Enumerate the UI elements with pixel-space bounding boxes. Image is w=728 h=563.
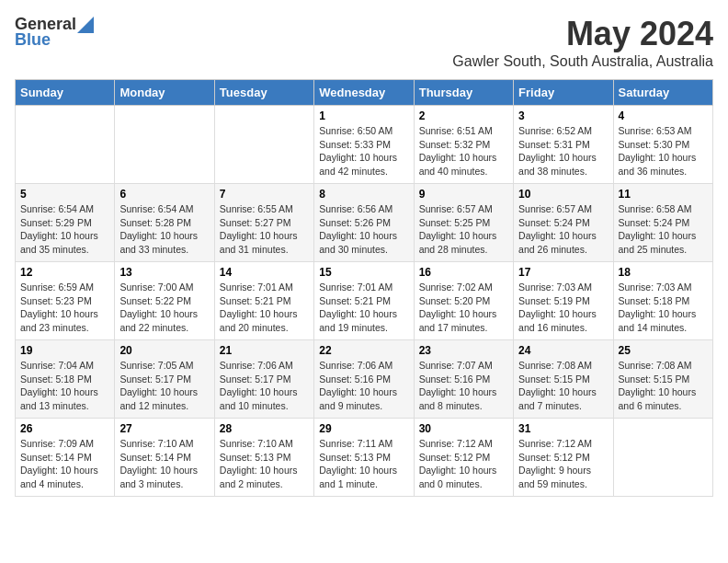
day-cell: 19Sunrise: 7:04 AM Sunset: 5:18 PM Dayli… [16,340,115,419]
day-cell: 5Sunrise: 6:54 AM Sunset: 5:29 PM Daylig… [16,184,115,262]
logo: General Blue [15,15,94,50]
day-number: 4 [619,109,708,122]
day-number: 6 [119,188,209,201]
day-number: 3 [518,109,608,122]
weekday-header-sunday: Sunday [16,80,115,106]
week-row-5: 26Sunrise: 7:09 AM Sunset: 5:14 PM Dayli… [16,419,713,497]
day-cell: 29Sunrise: 7:11 AM Sunset: 5:13 PM Dayli… [314,419,414,497]
day-cell: 2Sunrise: 6:51 AM Sunset: 5:32 PM Daylig… [414,106,513,184]
day-cell: 4Sunrise: 6:53 AM Sunset: 5:30 PM Daylig… [613,106,712,184]
day-info: Sunrise: 6:59 AM Sunset: 5:23 PM Dayligh… [20,281,109,335]
day-info: Sunrise: 6:54 AM Sunset: 5:28 PM Dayligh… [119,202,209,257]
day-info: Sunrise: 6:50 AM Sunset: 5:33 PM Dayligh… [319,124,408,178]
day-info: Sunrise: 7:04 AM Sunset: 5:18 PM Dayligh… [20,359,109,413]
day-cell: 1Sunrise: 6:50 AM Sunset: 5:33 PM Daylig… [314,106,414,184]
day-cell: 23Sunrise: 7:07 AM Sunset: 5:16 PM Dayli… [414,340,513,419]
day-cell: 7Sunrise: 6:55 AM Sunset: 5:27 PM Daylig… [214,184,313,262]
day-cell: 30Sunrise: 7:12 AM Sunset: 5:12 PM Dayli… [414,419,513,497]
day-cell: 12Sunrise: 6:59 AM Sunset: 5:23 PM Dayli… [16,262,115,340]
day-cell: 24Sunrise: 7:08 AM Sunset: 5:15 PM Dayli… [514,340,613,419]
location-title: Gawler South, South Australia, Australia [452,53,713,70]
day-info: Sunrise: 7:00 AM Sunset: 5:22 PM Dayligh… [119,281,209,335]
day-info: Sunrise: 6:54 AM Sunset: 5:29 PM Dayligh… [20,202,109,257]
calendar-table: SundayMondayTuesdayWednesdayThursdayFrid… [15,79,713,497]
day-info: Sunrise: 7:11 AM Sunset: 5:13 PM Dayligh… [319,437,408,491]
day-info: Sunrise: 6:52 AM Sunset: 5:31 PM Dayligh… [518,124,608,178]
page-header: General Blue May 2024 Gawler South, Sout… [15,15,713,70]
day-number: 31 [518,422,608,435]
month-title: May 2024 [452,15,713,53]
day-number: 21 [220,344,309,357]
weekday-header-tuesday: Tuesday [214,80,313,106]
day-info: Sunrise: 7:03 AM Sunset: 5:19 PM Dayligh… [518,281,608,335]
svg-marker-0 [77,17,94,33]
day-cell [214,106,313,184]
day-cell: 10Sunrise: 6:57 AM Sunset: 5:24 PM Dayli… [514,184,613,262]
day-info: Sunrise: 7:06 AM Sunset: 5:17 PM Dayligh… [220,359,309,413]
day-cell: 8Sunrise: 6:56 AM Sunset: 5:26 PM Daylig… [314,184,414,262]
day-number: 25 [619,344,708,357]
logo-arrow-icon [77,17,94,33]
day-cell [16,106,115,184]
day-number: 12 [20,266,109,279]
day-cell: 6Sunrise: 6:54 AM Sunset: 5:28 PM Daylig… [115,184,214,262]
day-number: 7 [220,188,309,201]
day-number: 11 [619,188,708,201]
day-number: 26 [20,422,109,435]
title-section: May 2024 Gawler South, South Australia, … [452,15,713,70]
week-row-1: 1Sunrise: 6:50 AM Sunset: 5:33 PM Daylig… [16,106,713,184]
day-number: 18 [619,266,708,279]
day-number: 24 [518,344,608,357]
week-row-2: 5Sunrise: 6:54 AM Sunset: 5:29 PM Daylig… [16,184,713,262]
day-number: 30 [419,422,508,435]
day-number: 27 [119,422,209,435]
weekday-header-monday: Monday [115,80,214,106]
day-info: Sunrise: 7:01 AM Sunset: 5:21 PM Dayligh… [319,281,408,335]
day-info: Sunrise: 7:12 AM Sunset: 5:12 PM Dayligh… [518,437,608,491]
day-cell: 31Sunrise: 7:12 AM Sunset: 5:12 PM Dayli… [514,419,613,497]
weekday-header-wednesday: Wednesday [314,80,414,106]
day-number: 22 [319,344,408,357]
day-cell: 20Sunrise: 7:05 AM Sunset: 5:17 PM Dayli… [115,340,214,419]
day-number: 17 [518,266,608,279]
day-cell: 9Sunrise: 6:57 AM Sunset: 5:25 PM Daylig… [414,184,513,262]
day-cell: 22Sunrise: 7:06 AM Sunset: 5:16 PM Dayli… [314,340,414,419]
day-number: 23 [419,344,508,357]
day-cell [115,106,214,184]
day-cell: 28Sunrise: 7:10 AM Sunset: 5:13 PM Dayli… [214,419,313,497]
day-number: 29 [319,422,408,435]
day-cell: 11Sunrise: 6:58 AM Sunset: 5:24 PM Dayli… [613,184,712,262]
day-number: 13 [119,266,209,279]
day-info: Sunrise: 6:57 AM Sunset: 5:24 PM Dayligh… [518,202,608,257]
day-info: Sunrise: 6:51 AM Sunset: 5:32 PM Dayligh… [419,124,508,178]
day-info: Sunrise: 6:53 AM Sunset: 5:30 PM Dayligh… [619,124,708,178]
weekday-header-saturday: Saturday [613,80,712,106]
day-number: 28 [220,422,309,435]
day-cell: 15Sunrise: 7:01 AM Sunset: 5:21 PM Dayli… [314,262,414,340]
day-cell: 14Sunrise: 7:01 AM Sunset: 5:21 PM Dayli… [214,262,313,340]
day-cell [613,419,712,497]
day-info: Sunrise: 7:05 AM Sunset: 5:17 PM Dayligh… [119,359,209,413]
week-row-3: 12Sunrise: 6:59 AM Sunset: 5:23 PM Dayli… [16,262,713,340]
day-cell: 27Sunrise: 7:10 AM Sunset: 5:14 PM Dayli… [115,419,214,497]
day-number: 20 [119,344,209,357]
day-cell: 25Sunrise: 7:08 AM Sunset: 5:15 PM Dayli… [613,340,712,419]
day-cell: 18Sunrise: 7:03 AM Sunset: 5:18 PM Dayli… [613,262,712,340]
weekday-header-thursday: Thursday [414,80,513,106]
day-cell: 17Sunrise: 7:03 AM Sunset: 5:19 PM Dayli… [514,262,613,340]
day-number: 14 [220,266,309,279]
weekday-header-row: SundayMondayTuesdayWednesdayThursdayFrid… [16,80,713,106]
day-cell: 21Sunrise: 7:06 AM Sunset: 5:17 PM Dayli… [214,340,313,419]
day-number: 5 [20,188,109,201]
day-number: 9 [419,188,508,201]
day-info: Sunrise: 7:08 AM Sunset: 5:15 PM Dayligh… [518,359,608,413]
day-info: Sunrise: 7:10 AM Sunset: 5:14 PM Dayligh… [119,437,209,491]
day-number: 1 [319,109,408,122]
day-info: Sunrise: 7:10 AM Sunset: 5:13 PM Dayligh… [220,437,309,491]
weekday-header-friday: Friday [514,80,613,106]
day-info: Sunrise: 7:09 AM Sunset: 5:14 PM Dayligh… [20,437,109,491]
day-info: Sunrise: 6:57 AM Sunset: 5:25 PM Dayligh… [419,202,508,257]
day-info: Sunrise: 6:55 AM Sunset: 5:27 PM Dayligh… [220,202,309,257]
day-info: Sunrise: 6:58 AM Sunset: 5:24 PM Dayligh… [619,202,708,257]
day-info: Sunrise: 7:06 AM Sunset: 5:16 PM Dayligh… [319,359,408,413]
